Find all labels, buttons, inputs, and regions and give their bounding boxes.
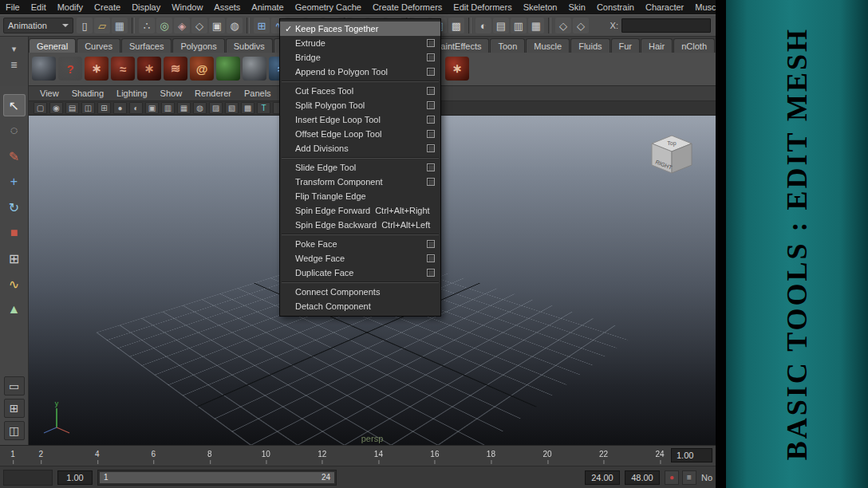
shelf-tab-menu-icon[interactable]: ▾ — [7, 43, 22, 54]
lock-selection-icon[interactable]: ▣ — [209, 18, 225, 33]
shelf-help-icon[interactable]: ? — [58, 57, 82, 81]
gate-mask-icon[interactable]: ▨ — [209, 102, 223, 114]
menu-item-option-box[interactable] — [427, 144, 435, 152]
shelf-tab-ncloth[interactable]: nCloth — [673, 38, 715, 53]
quick-select-field-icon[interactable]: ◇ — [555, 18, 571, 33]
shelf-tab-hair[interactable]: Hair — [641, 38, 673, 53]
shelf-tab-muscle[interactable]: Muscle — [526, 38, 570, 53]
menu-item-wedge-face[interactable]: Wedge Face — [280, 251, 440, 266]
select-camera-icon[interactable]: ▢ — [34, 102, 47, 114]
isolate-select-icon[interactable]: T — [257, 102, 270, 114]
lights-icon[interactable]: ▥ — [161, 102, 175, 114]
highlight-selection-icon[interactable]: ◍ — [227, 18, 243, 33]
menu-item-option-box[interactable] — [427, 87, 435, 95]
shelf-paintfx-icon-3[interactable]: ∗ — [137, 57, 161, 81]
animation-start-field[interactable]: 1.00 — [57, 470, 93, 485]
menubar-item-animate[interactable]: Animate — [246, 1, 289, 14]
shelf-paintfx-icon-2[interactable]: ≈ — [111, 57, 135, 81]
select-by-object-icon[interactable]: ◎ — [156, 18, 172, 33]
menu-item-connect-components[interactable]: Connect Components — [280, 285, 440, 299]
move-tool[interactable]: + — [3, 171, 26, 193]
menu-item-option-box[interactable] — [427, 269, 435, 277]
playback-start-handle[interactable]: 1 — [104, 473, 108, 482]
shelf-editor-icon[interactable]: ≣ — [7, 59, 22, 70]
panel-menu-view[interactable]: View — [34, 88, 65, 99]
hypergraph-panel-icon[interactable]: ▤ — [493, 18, 509, 33]
new-scene-icon[interactable]: ▯ — [77, 18, 93, 33]
menu-item-option-box[interactable] — [427, 53, 435, 61]
menubar-item-create[interactable]: Create — [89, 1, 126, 14]
shelf-tab-subdivs[interactable]: Subdivs — [226, 38, 273, 53]
panel-menu-show[interactable]: Show — [154, 88, 189, 99]
menubar-item-edit[interactable]: Edit — [26, 1, 52, 14]
menubar-item-modify[interactable]: Modify — [52, 1, 89, 14]
menu-item-option-box[interactable] — [427, 254, 435, 262]
shelf-paintfx-brush-icon[interactable]: ∗ — [445, 57, 469, 81]
menu-item-option-box[interactable] — [427, 178, 435, 186]
menu-item-option-box[interactable] — [427, 39, 435, 47]
shelf-tab-general[interactable]: General — [29, 38, 76, 53]
range-slider-bar[interactable]: 1 24 — [100, 472, 334, 483]
four-pane-layout[interactable]: ⊞ — [4, 399, 25, 418]
wireframe-icon[interactable]: ● — [113, 102, 127, 114]
field-chart-icon[interactable]: ▧ — [225, 102, 239, 114]
panel-menu-panels[interactable]: Panels — [238, 88, 278, 99]
menubar-item-geometry-cache[interactable]: Geometry Cache — [290, 1, 367, 14]
paint-effects-panel-icon[interactable]: ◐ — [475, 18, 491, 33]
menu-item-cut-faces-tool[interactable]: Cut Faces Tool — [280, 84, 440, 98]
shaded-icon[interactable]: ◐ — [129, 102, 143, 114]
panel-menu-shading[interactable]: Shading — [65, 88, 110, 99]
menubar-item-character[interactable]: Character — [640, 1, 689, 14]
menu-item-keep-faces-together[interactable]: ✓Keep Faces Together — [280, 22, 440, 36]
time-slider-track[interactable]: 124681012141618202224 — [13, 446, 660, 466]
menu-item-add-divisions[interactable]: Add Divisions — [280, 141, 440, 155]
menu-item-option-box[interactable] — [427, 101, 435, 109]
menu-item-bridge[interactable]: Bridge — [280, 50, 440, 65]
menubar-item-file[interactable]: File — [0, 1, 26, 14]
safe-action-icon[interactable]: ▩ — [241, 102, 254, 114]
animation-end-field[interactable]: 48.00 — [625, 470, 660, 485]
image-plane-icon[interactable]: ⊞ — [97, 102, 111, 114]
shelf-tab-surfaces[interactable]: Surfaces — [121, 38, 172, 53]
select-by-component-icon[interactable]: ◈ — [174, 18, 190, 33]
menu-item-offset-edge-loop-tool[interactable]: Offset Edge Loop Tool — [280, 127, 440, 141]
menu-item-option-box[interactable] — [427, 68, 435, 76]
soft-modification-tool[interactable]: ∿ — [3, 273, 26, 295]
shelf-gray-sphere-icon[interactable] — [243, 57, 266, 81]
view-cube[interactable]: Top RIGHT — [645, 130, 698, 183]
shelf-tab-curves[interactable]: Curves — [77, 38, 120, 53]
menu-item-option-box[interactable] — [427, 240, 435, 248]
current-time-field[interactable]: 1.00 — [671, 448, 712, 462]
shelf-sphere-icon[interactable] — [32, 57, 56, 81]
selection-mask-icon[interactable]: ◇ — [191, 18, 207, 33]
menubar-item-skin[interactable]: Skin — [562, 1, 590, 14]
menubar-item-create-deformers[interactable]: Create Deformers — [367, 1, 448, 14]
save-scene-icon[interactable]: ▦ — [112, 18, 128, 33]
shelf-paintfx-icon-1[interactable]: ∗ — [85, 57, 108, 81]
rotate-tool[interactable]: ↻ — [3, 196, 26, 218]
menubar-item-constrain[interactable]: Constrain — [591, 1, 640, 14]
outliner-panel-icon[interactable]: ▦ — [528, 18, 544, 33]
shelf-paintfx-icon-4[interactable]: ≋ — [164, 57, 187, 81]
bookmark-icon[interactable]: ◫ — [81, 102, 95, 114]
open-scene-icon[interactable]: ▱ — [94, 18, 110, 33]
menu-set-selector[interactable]: Animation — [3, 18, 73, 33]
playback-end-field[interactable]: 24.00 — [585, 470, 620, 485]
menu-item-option-box[interactable] — [427, 130, 435, 138]
shelf-tab-fluids[interactable]: Fluids — [570, 38, 610, 53]
menu-item-poke-face[interactable]: Poke Face — [280, 237, 440, 251]
menu-item-option-box[interactable] — [427, 116, 435, 124]
select-by-hierarchy-icon[interactable]: ∴ — [139, 18, 155, 33]
menu-item-spin-edge-backward[interactable]: Spin Edge BackwardCtrl+Alt+Left — [280, 218, 440, 232]
menu-item-duplicate-face[interactable]: Duplicate Face — [280, 266, 440, 280]
menu-item-insert-edge-loop-tool[interactable]: Insert Edge Loop Tool — [280, 112, 440, 127]
sort-icon[interactable]: ◇ — [573, 18, 589, 33]
character-set-menu[interactable]: No — [701, 473, 712, 482]
shelf-swirl-icon[interactable]: @ — [190, 57, 214, 81]
menu-item-spin-edge-forward[interactable]: Spin Edge ForwardCtrl+Alt+Right — [280, 203, 440, 218]
lock-camera-icon[interactable]: ◉ — [49, 102, 63, 114]
camera-attributes-icon[interactable]: ▤ — [65, 102, 79, 114]
graph-editor-panel-icon[interactable]: ▥ — [511, 18, 527, 33]
universal-manipulator-tool[interactable]: ⊞ — [3, 247, 26, 270]
shadows-icon[interactable]: ▦ — [177, 102, 191, 114]
